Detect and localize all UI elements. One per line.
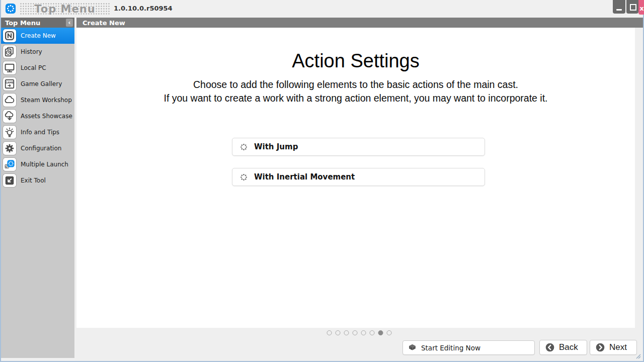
dots-ring-icon	[239, 172, 249, 182]
titlebar: Top Menu 1.0.10.0.r50954 x	[1, 0, 643, 18]
sidebar-item-steam-workshop[interactable]: Steam Workshop	[1, 92, 74, 108]
sidebar-item-local-pc[interactable]: Local PC	[1, 60, 74, 76]
page-title: Action Settings	[76, 50, 635, 72]
create-new-icon	[3, 29, 16, 42]
pagination-dot[interactable]	[353, 330, 358, 335]
option-label: With Inertial Movement	[254, 172, 355, 182]
sidebar-item-label: Exit Tool	[21, 177, 46, 184]
app-logo-dots-ring-icon	[5, 3, 16, 14]
sidebar-item-create-new[interactable]: Create New	[1, 28, 74, 44]
pagination-dot[interactable]	[370, 330, 375, 335]
pagination-dot[interactable]	[378, 330, 383, 335]
sidebar-item-assets-showcase[interactable]: Assets Showcase	[1, 108, 74, 124]
sidebar-item-label: Info and Tips	[21, 129, 59, 136]
footer-bar: Start Editing Now Back Next	[75, 328, 643, 361]
resize-grip[interactable]	[635, 353, 641, 359]
info-and-tips-icon	[3, 126, 16, 139]
steam-workshop-icon	[3, 94, 16, 107]
assets-showcase-icon	[3, 110, 16, 123]
svg-text:GAME: GAME	[6, 81, 14, 84]
next-label: Next	[609, 342, 627, 352]
minimize-button[interactable]	[613, 0, 625, 14]
collapse-sidebar-button[interactable]: ‹	[66, 19, 73, 27]
sidebar-item-label: History	[21, 48, 42, 55]
local-pc-icon	[3, 61, 16, 74]
app-title-halftone: Top Menu	[20, 3, 110, 15]
description-line-1: Choose to add the following elements to …	[76, 78, 635, 92]
exit-tool-icon	[3, 174, 16, 187]
pagination-dot[interactable]	[361, 330, 366, 335]
close-button[interactable]: x	[638, 0, 644, 15]
back-button[interactable]: Back	[539, 340, 587, 355]
sidebar-item-game-gallery[interactable]: GAME Game Gallery	[1, 76, 74, 92]
scrollbar-gutter	[635, 28, 643, 328]
sidebar-item-label: Local PC	[21, 64, 46, 71]
main-content: Action Settings Choose to add the follow…	[76, 28, 635, 328]
cube-icon	[408, 343, 417, 352]
back-label: Back	[559, 342, 578, 352]
arrow-left-circle-icon	[545, 342, 555, 352]
sidebar-item-configuration[interactable]: Configuration	[1, 140, 74, 156]
sidebar-item-label: Multiple Launch	[21, 161, 68, 168]
sidebar-item-label: Steam Workshop	[21, 97, 72, 104]
panel-header-label: Create New	[83, 19, 125, 27]
history-icon	[3, 45, 16, 58]
app-title: Top Menu	[34, 3, 95, 15]
sidebar-item-info-and-tips[interactable]: Info and Tips	[1, 124, 74, 140]
sidebar-item-label: Game Gallery	[21, 80, 62, 87]
multiple-launch-icon	[3, 158, 16, 171]
option-with-inertial-movement[interactable]: With Inertial Movement	[232, 168, 485, 186]
sidebar-item-exit-tool[interactable]: Exit Tool	[1, 172, 74, 189]
pagination-dot[interactable]	[327, 330, 332, 335]
window-border-left	[0, 0, 1, 362]
sidebar: Top Menu ‹ Create New History Local PC G…	[1, 18, 74, 358]
pagination-dot[interactable]	[336, 330, 341, 335]
game-gallery-icon: GAME	[3, 77, 16, 90]
maximize-button[interactable]	[626, 0, 638, 14]
option-with-jump[interactable]: With Jump	[232, 138, 485, 156]
sidebar-item-multiple-launch[interactable]: Multiple Launch	[1, 156, 74, 172]
sidebar-header: Top Menu ‹	[1, 18, 74, 28]
start-editing-now-button[interactable]: Start Editing Now	[403, 340, 535, 355]
version-label: 1.0.10.0.r50954	[114, 5, 173, 12]
sidebar-item-label: Configuration	[21, 145, 61, 152]
pagination-dot[interactable]	[387, 330, 392, 335]
dots-ring-icon	[239, 142, 249, 152]
arrow-right-circle-icon	[595, 342, 605, 352]
sidebar-item-history[interactable]: History	[1, 44, 74, 60]
page-description: Choose to add the following elements to …	[76, 78, 635, 105]
configuration-icon	[3, 142, 16, 155]
next-button[interactable]: Next	[590, 340, 637, 355]
sidebar-item-label: Assets Showcase	[21, 113, 72, 120]
pagination	[327, 330, 392, 335]
panel-header: Create New	[76, 18, 643, 28]
option-label: With Jump	[254, 142, 298, 151]
sidebar-header-label: Top Menu	[5, 19, 40, 27]
pagination-dot[interactable]	[344, 330, 349, 335]
start-editing-now-label: Start Editing Now	[421, 344, 480, 352]
description-line-2: If you want to create a work with a stro…	[76, 92, 635, 105]
close-icon: x	[639, 5, 643, 12]
sidebar-item-label: Create New	[21, 32, 56, 39]
